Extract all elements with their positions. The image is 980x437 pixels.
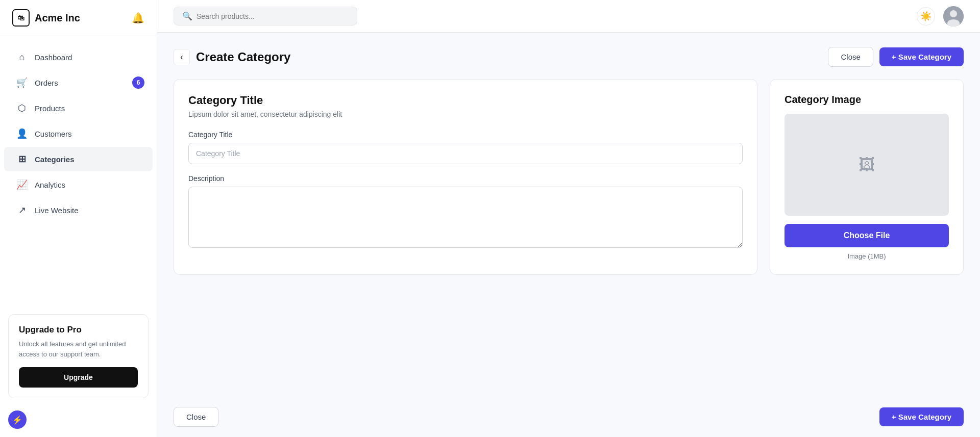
sidebar-item-dashboard[interactable]: ⌂ Dashboard (4, 45, 153, 69)
analytics-icon: 📈 (16, 179, 28, 190)
image-placeholder-icon: 🖼 (859, 156, 875, 174)
sidebar-item-orders[interactable]: 🛒 Orders 6 (4, 70, 153, 95)
upgrade-description: Unlock all features and get unlimited ac… (19, 339, 138, 359)
theme-toggle-button[interactable]: ☀️ (917, 7, 935, 25)
close-button-top[interactable]: Close (828, 47, 873, 67)
page-header: ‹ Create Category Close + Save Category (174, 47, 964, 67)
upgrade-box: Upgrade to Pro Unlock all features and g… (8, 314, 149, 398)
orders-badge: 6 (132, 76, 144, 89)
avatar[interactable] (943, 6, 964, 27)
sidebar-item-label: Categories (35, 155, 75, 164)
category-form-card: Category Title Lipsum dolor sit amet, co… (174, 79, 757, 275)
description-field-group: Description (188, 174, 743, 250)
live-website-icon: ↗ (16, 204, 28, 216)
sidebar-nav: ⌂ Dashboard 🛒 Orders 6 ⬡ Products 👤 Cust… (0, 36, 157, 306)
sidebar-item-analytics[interactable]: 📈 Analytics (4, 172, 153, 197)
save-category-button-bottom[interactable]: + Save Category (879, 407, 964, 426)
page-header-right: Close + Save Category (828, 47, 964, 67)
description-label: Description (188, 174, 743, 183)
image-hint: Image (1MB) (847, 252, 886, 260)
search-input[interactable] (197, 12, 349, 20)
form-card-subtitle: Lipsum dolor sit amet, consectetur adipi… (188, 110, 743, 118)
orders-icon: 🛒 (16, 77, 28, 88)
sidebar-item-label: Orders (35, 79, 58, 87)
sidebar-item-label: Dashboard (35, 53, 72, 62)
sidebar-item-label: Customers (35, 130, 72, 138)
sidebar-footer-icon[interactable]: ⚡ (8, 410, 27, 429)
topbar: 🔍 ☀️ (157, 0, 980, 33)
sidebar-item-label: Live Website (35, 206, 79, 215)
search-icon: 🔍 (182, 11, 192, 21)
categories-icon: ⊞ (16, 153, 28, 165)
svg-point-1 (950, 10, 957, 17)
category-title-input[interactable] (188, 143, 743, 164)
customers-icon: 👤 (16, 128, 28, 139)
brand: 🛍 Acme Inc (12, 9, 80, 27)
form-grid: Category Title Lipsum dolor sit amet, co… (174, 79, 964, 275)
sidebar: 🛍 Acme Inc 🔔 ⌂ Dashboard 🛒 Orders 6 ⬡ Pr… (0, 0, 157, 437)
search-wrapper[interactable]: 🔍 (174, 7, 357, 25)
close-button-bottom[interactable]: Close (174, 407, 218, 427)
sidebar-item-label: Analytics (35, 181, 65, 189)
notification-bell-icon[interactable]: 🔔 (132, 12, 144, 24)
image-card-title: Category Image (785, 94, 861, 106)
chevron-left-icon: ‹ (180, 53, 183, 62)
sidebar-item-customers[interactable]: 👤 Customers (4, 121, 153, 146)
sidebar-item-categories[interactable]: ⊞ Categories (4, 147, 153, 171)
main-content: 🔍 ☀️ ‹ (157, 0, 980, 437)
brand-icon: 🛍 (12, 9, 30, 27)
back-button[interactable]: ‹ (174, 49, 190, 65)
sidebar-item-label: Products (35, 104, 65, 113)
category-title-label: Category Title (188, 131, 743, 139)
sidebar-item-live-website[interactable]: ↗ Live Website (4, 198, 153, 222)
description-textarea[interactable] (188, 187, 743, 248)
category-title-field-group: Category Title (188, 131, 743, 164)
page-title: Create Category (196, 50, 290, 64)
page-header-left: ‹ Create Category (174, 49, 290, 65)
form-card-title: Category Title (188, 94, 743, 107)
dashboard-icon: ⌂ (16, 52, 28, 63)
upgrade-title: Upgrade to Pro (19, 325, 138, 335)
sidebar-header: 🛍 Acme Inc 🔔 (0, 0, 157, 36)
choose-file-button[interactable]: Choose File (785, 224, 949, 247)
upgrade-button[interactable]: Upgrade (19, 367, 138, 388)
products-icon: ⬡ (16, 102, 28, 114)
image-preview: 🖼 (785, 114, 949, 216)
topbar-right: ☀️ (917, 6, 964, 27)
sidebar-item-products[interactable]: ⬡ Products (4, 96, 153, 120)
save-category-button-top[interactable]: + Save Category (879, 47, 964, 66)
brand-name: Acme Inc (35, 12, 80, 24)
sun-icon: ☀️ (920, 11, 932, 22)
category-image-card: Category Image 🖼 Choose File Image (1MB) (770, 79, 964, 275)
page-content: ‹ Create Category Close + Save Category … (157, 33, 980, 397)
bottom-bar: Close + Save Category (157, 397, 980, 437)
